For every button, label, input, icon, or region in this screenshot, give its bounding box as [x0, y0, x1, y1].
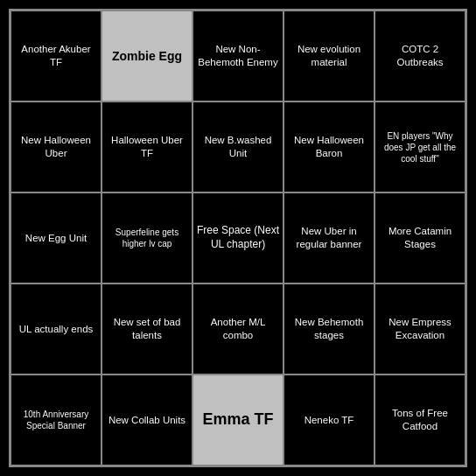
cell-3-3: New Behemoth stages	[284, 284, 374, 374]
cell-1-2: New B.washed Unit	[192, 102, 284, 192]
cell-text-1-1: Halloween Uber TF	[105, 134, 189, 160]
cell-2-1: Superfeline gets higher lv cap	[102, 192, 192, 284]
cell-text-1-0: New Halloween Uber	[14, 134, 98, 160]
cell-1-3: New Halloween Baron	[284, 102, 374, 192]
bingo-grid: Another Akuber TFZombie EggNew Non-Behem…	[9, 9, 467, 467]
cell-text-2-2: Free Space (Next UL chapter)	[196, 224, 280, 251]
cell-4-2: Emma TF	[192, 374, 284, 466]
cell-0-1: Zombie Egg	[102, 10, 192, 102]
cell-text-4-4: Tons of Free Catfood	[378, 407, 462, 433]
cell-text-3-4: New Empress Excavation	[378, 316, 462, 342]
cell-4-0: 10th Anniversary Special Banner	[10, 374, 102, 466]
cell-3-0: UL actually ends	[10, 284, 102, 374]
cell-text-1-4: EN players "Why does JP get all the cool…	[378, 130, 462, 164]
cell-text-3-2: Another M/L combo	[196, 316, 280, 342]
cell-text-2-4: More Catamin Stages	[378, 225, 462, 251]
cell-2-3: New Uber in regular banner	[284, 192, 374, 284]
cell-text-0-1: Zombie Egg	[112, 48, 182, 64]
cell-3-4: New Empress Excavation	[374, 284, 466, 374]
cell-text-3-3: New Behemoth stages	[287, 316, 371, 342]
cell-text-3-0: UL actually ends	[19, 323, 94, 336]
cell-3-2: Another M/L combo	[192, 284, 284, 374]
cell-text-0-4: COTC 2 Outbreaks	[378, 43, 462, 69]
cell-4-1: New Collab Units	[102, 374, 192, 466]
cell-text-4-2: Emma TF	[202, 410, 273, 430]
cell-text-4-0: 10th Anniversary Special Banner	[14, 409, 98, 431]
cell-text-0-2: New Non-Behemoth Enemy	[196, 43, 280, 69]
cell-text-2-3: New Uber in regular banner	[287, 225, 371, 251]
cell-text-4-3: Neneko TF	[304, 414, 354, 427]
cell-text-2-1: Superfeline gets higher lv cap	[105, 227, 189, 249]
cell-1-4: EN players "Why does JP get all the cool…	[374, 102, 466, 192]
cell-1-1: Halloween Uber TF	[102, 102, 192, 192]
cell-1-0: New Halloween Uber	[10, 102, 102, 192]
cell-0-0: Another Akuber TF	[10, 10, 102, 102]
cell-0-4: COTC 2 Outbreaks	[374, 10, 466, 102]
cell-3-1: New set of bad talents	[102, 284, 192, 374]
cell-2-4: More Catamin Stages	[374, 192, 466, 284]
cell-text-4-1: New Collab Units	[108, 414, 186, 427]
cell-0-2: New Non-Behemoth Enemy	[192, 10, 284, 102]
cell-text-3-1: New set of bad talents	[105, 316, 189, 342]
cell-4-3: Neneko TF	[284, 374, 374, 466]
cell-text-0-0: Another Akuber TF	[14, 43, 98, 69]
cell-0-3: New evolution material	[284, 10, 374, 102]
cell-text-1-2: New B.washed Unit	[196, 134, 280, 160]
cell-text-1-3: New Halloween Baron	[287, 134, 371, 160]
cell-text-2-0: New Egg Unit	[25, 232, 87, 245]
cell-text-0-3: New evolution material	[287, 43, 371, 69]
cell-2-0: New Egg Unit	[10, 192, 102, 284]
bingo-container: Another Akuber TFZombie EggNew Non-Behem…	[2, 2, 474, 474]
cell-4-4: Tons of Free Catfood	[374, 374, 466, 466]
cell-2-2: Free Space (Next UL chapter)	[192, 192, 284, 284]
